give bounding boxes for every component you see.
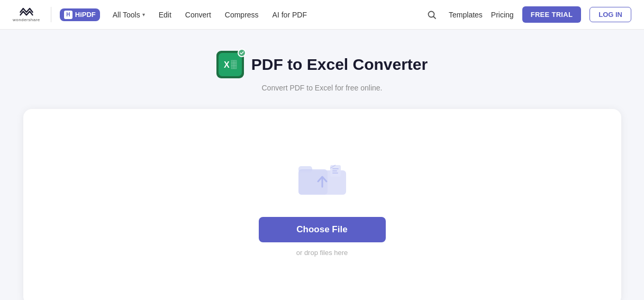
drop-zone-card[interactable]: Choose File or drop files here — [23, 109, 621, 300]
hipdf-label: HiPDF — [75, 11, 96, 19]
nav-compress[interactable]: Compress — [219, 7, 265, 22]
excel-badge — [238, 49, 246, 57]
main-nav: All Tools ▾ Edit Convert Compress AI for… — [106, 7, 313, 22]
svg-point-0 — [429, 11, 434, 17]
page-title: PDF to Excel Converter — [251, 56, 428, 74]
excel-badge-icon — [240, 51, 244, 55]
login-button[interactable]: LOG IN — [589, 7, 631, 22]
hipdf-badge[interactable]: H HiPDF — [60, 8, 100, 21]
wondershare-icon — [19, 7, 34, 17]
pricing-link[interactable]: Pricing — [491, 11, 514, 19]
nav-edit[interactable]: Edit — [152, 7, 178, 22]
nav-ai-for-pdf[interactable]: AI for PDF — [266, 7, 313, 22]
search-icon — [427, 10, 437, 20]
templates-link[interactable]: Templates — [449, 11, 483, 19]
logo-area: wondershare — [13, 7, 51, 22]
svg-rect-14 — [332, 170, 337, 171]
hipdf-icon: H — [64, 11, 72, 19]
nav-convert[interactable]: Convert — [179, 7, 217, 22]
header-left: wondershare H HiPDF All Tools ▾ Edit Con… — [13, 7, 313, 22]
folder-icon-area — [296, 158, 349, 202]
page-header: X PDF to Excel Converter — [216, 51, 428, 78]
main-header: wondershare H HiPDF All Tools ▾ Edit Con… — [0, 0, 644, 30]
svg-rect-13 — [332, 168, 339, 169]
header-right: Templates Pricing FREE TRIAL LOG IN — [423, 6, 631, 23]
excel-svg: X — [222, 56, 239, 73]
drop-hint-text: or drop files here — [296, 249, 348, 257]
free-trial-button[interactable]: FREE TRIAL — [522, 6, 582, 23]
choose-file-button[interactable]: Choose File — [259, 217, 386, 242]
chevron-down-icon: ▾ — [142, 12, 145, 17]
wondershare-text: wondershare — [13, 17, 40, 22]
wondershare-logo: wondershare — [13, 7, 40, 22]
folder-icon — [296, 158, 349, 200]
nav-all-tools[interactable]: All Tools ▾ — [106, 7, 151, 22]
svg-rect-15 — [332, 172, 338, 174]
page-subtitle: Convert PDF to Excel for free online. — [262, 84, 383, 92]
svg-text:X: X — [224, 60, 230, 69]
svg-line-1 — [434, 16, 436, 19]
excel-icon: X — [216, 51, 244, 78]
main-content: X PDF to Excel Converter Convert PDF to … — [0, 30, 644, 300]
search-button[interactable] — [423, 6, 440, 23]
